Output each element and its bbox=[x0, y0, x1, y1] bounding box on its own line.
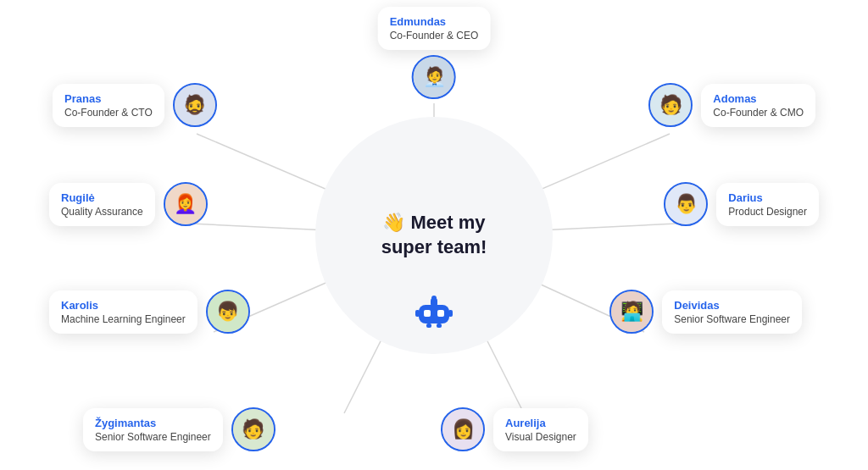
avatar-edmundas: 🧑‍💼 bbox=[412, 55, 456, 99]
bot-icon bbox=[415, 293, 453, 330]
avatar-pranas: 🧔 bbox=[173, 83, 217, 127]
svg-rect-12 bbox=[424, 310, 431, 317]
svg-rect-18 bbox=[426, 323, 431, 328]
member-card-adomas: Adomas Co-Founder & CMO bbox=[701, 84, 815, 127]
member-card-karolis: Karolis Machine Learning Engineer bbox=[49, 290, 198, 334]
svg-rect-13 bbox=[437, 310, 444, 317]
member-role-pranas: Co-Founder & CTO bbox=[64, 107, 153, 119]
member-role-deividas: Senior Software Engineer bbox=[674, 313, 790, 325]
avatar-adomas: 🧑 bbox=[648, 83, 693, 127]
svg-rect-11 bbox=[419, 305, 449, 323]
member-name-darius: Darius bbox=[728, 191, 807, 204]
team-diagram: 👋 Meet mysuper team! Edmundas Co-Founder… bbox=[0, 0, 868, 470]
member-role-aurelija: Visual Designer bbox=[505, 431, 576, 443]
member-zygimantas: Žygimantas Senior Software Engineer 🧑 bbox=[83, 407, 275, 451]
member-name-zygimantas: Žygimantas bbox=[95, 417, 211, 429]
member-card-edmundas: Edmundas Co-Founder & CEO bbox=[378, 7, 491, 50]
member-name-deividas: Deividas bbox=[674, 299, 790, 312]
member-name-aurelija: Aurelija bbox=[505, 417, 576, 429]
member-pranas: Pranas Co-Founder & CTO 🧔 bbox=[53, 83, 217, 127]
member-deividas: 🧑‍💻 Deividas Senior Software Engineer bbox=[609, 290, 802, 334]
svg-point-15 bbox=[431, 296, 437, 301]
member-role-zygimantas: Senior Software Engineer bbox=[95, 431, 211, 443]
member-name-rugile: Rugilė bbox=[61, 191, 143, 204]
member-card-pranas: Pranas Co-Founder & CTO bbox=[53, 84, 164, 127]
center-text: 👋 Meet mysuper team! bbox=[381, 211, 487, 259]
member-role-darius: Product Designer bbox=[728, 206, 807, 218]
member-card-aurelija: Aurelija Visual Designer bbox=[493, 408, 588, 451]
member-adomas: 🧑 Adomas Co-Founder & CMO bbox=[648, 83, 815, 127]
member-card-deividas: Deividas Senior Software Engineer bbox=[662, 290, 802, 334]
member-karolis: Karolis Machine Learning Engineer 👦 bbox=[49, 290, 250, 334]
svg-rect-17 bbox=[448, 310, 453, 317]
member-rugile: Rugilė Quality Assurance 👩‍🦰 bbox=[49, 182, 208, 226]
center-circle: 👋 Meet mysuper team! bbox=[315, 117, 553, 354]
avatar-darius: 👨 bbox=[664, 182, 708, 226]
avatar-zygimantas: 🧑 bbox=[231, 407, 275, 451]
member-role-adomas: Co-Founder & CMO bbox=[713, 107, 804, 119]
avatar-karolis: 👦 bbox=[206, 290, 250, 334]
svg-rect-16 bbox=[415, 310, 420, 317]
member-role-karolis: Machine Learning Engineer bbox=[61, 313, 186, 325]
member-aurelija: 👩 Aurelija Visual Designer bbox=[441, 407, 588, 451]
member-darius: 👨 Darius Product Designer bbox=[664, 182, 819, 226]
member-role-edmundas: Co-Founder & CEO bbox=[390, 30, 479, 41]
member-card-rugile: Rugilė Quality Assurance bbox=[49, 183, 155, 226]
member-role-rugile: Quality Assurance bbox=[61, 206, 143, 218]
member-card-zygimantas: Žygimantas Senior Software Engineer bbox=[83, 408, 223, 451]
member-name-adomas: Adomas bbox=[713, 92, 804, 105]
svg-rect-19 bbox=[437, 323, 442, 328]
avatar-aurelija: 👩 bbox=[441, 407, 485, 451]
member-card-darius: Darius Product Designer bbox=[716, 183, 819, 226]
member-name-edmundas: Edmundas bbox=[390, 15, 479, 28]
member-name-pranas: Pranas bbox=[64, 92, 153, 105]
member-edmundas: Edmundas Co-Founder & CEO 🧑‍💼 bbox=[378, 7, 491, 99]
avatar-rugile: 👩‍🦰 bbox=[164, 182, 208, 226]
avatar-deividas: 🧑‍💻 bbox=[609, 290, 654, 334]
member-name-karolis: Karolis bbox=[61, 299, 186, 312]
